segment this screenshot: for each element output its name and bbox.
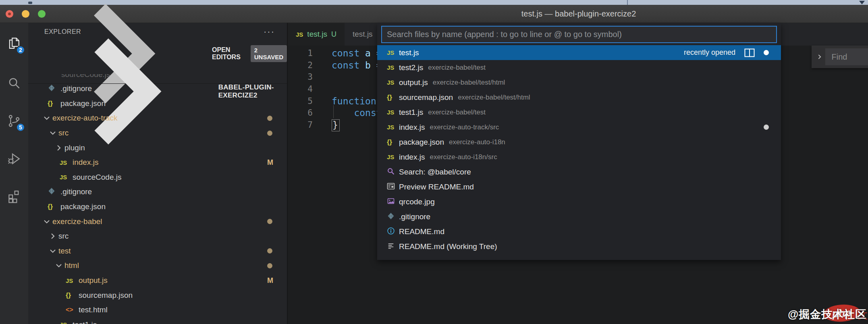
- line-number: 1: [288, 48, 313, 58]
- item-name: test.js: [399, 48, 419, 57]
- quick-open-item-output.js[interactable]: JSoutput.jsexercize-babel/test/html: [377, 75, 781, 90]
- vscode-window: test.js — babel-plugin-exercize2 25 EXPL…: [0, 0, 868, 324]
- git-modified-dot: [267, 116, 272, 121]
- open-to-side-icon[interactable]: [744, 48, 755, 57]
- quick-open-search-input[interactable]: [381, 26, 777, 43]
- tree-file-output.js[interactable]: JSoutput.jsM: [28, 273, 287, 288]
- item-name: README.md: [399, 227, 444, 236]
- activity-explorer-button[interactable]: 2: [0, 31, 28, 56]
- background-dropdown-arrow-icon: [859, 1, 865, 4]
- minimize-window-button[interactable]: [22, 10, 29, 18]
- json-file-icon: {}: [48, 203, 60, 211]
- quick-open-item-index.js[interactable]: JSindex.jsexercize-auto-i18n/src: [377, 150, 781, 164]
- quick-open-item-README.md (Working Tree)[interactable]: README.md (Working Tree): [377, 239, 781, 254]
- quick-open-item-sourcemap.json[interactable]: {}sourcemap.jsonexercize-babel/test/html: [377, 90, 781, 105]
- tree-folder-src[interactable]: src: [28, 126, 287, 141]
- tree-folder-plugin[interactable]: plugin: [28, 140, 287, 155]
- tree-item-label: sourceCode.js: [73, 173, 121, 182]
- item-name: sourcemap.json: [399, 93, 453, 102]
- activity-run-debug-button[interactable]: [0, 146, 28, 171]
- more-actions-icon[interactable]: ···: [264, 27, 275, 37]
- editor-tab-test.js-active[interactable]: JStest.jsU: [288, 23, 345, 46]
- tree-item-label: sourcemap.json: [79, 291, 133, 300]
- recently-opened-label: recently opened: [684, 48, 735, 57]
- item-right-actions: [764, 125, 769, 130]
- line-content: const: [332, 108, 382, 118]
- json-file-icon: {}: [387, 138, 399, 146]
- dirty-file-dot: [764, 50, 769, 55]
- js-file-icon: JS: [387, 109, 399, 116]
- line-number: 6: [288, 108, 313, 118]
- tree-file-sourcemap.json[interactable]: {}sourcemap.json: [28, 288, 287, 303]
- tree-folder-exercize-auto-track[interactable]: exercize-auto-track: [28, 111, 287, 126]
- tree-file-package.json[interactable]: {}package.json: [28, 199, 287, 214]
- quick-open-item-qrcode.jpg[interactable]: qrcode.jpg: [377, 194, 781, 209]
- tree-item-label: exercize-babel: [52, 217, 102, 226]
- quick-open-input-wrap: [381, 26, 777, 43]
- activity-extensions-button[interactable]: [0, 183, 28, 208]
- tree-folder-src[interactable]: src: [28, 229, 287, 244]
- quick-open-results: JStest.jsrecently openedJStest2.jsexerci…: [377, 45, 781, 254]
- activity-source-control-button[interactable]: 5: [0, 108, 28, 133]
- chevron-down-icon: [42, 113, 52, 123]
- js-file-icon: JS: [387, 64, 399, 71]
- tree-file-.gitignore[interactable]: .gitignore: [28, 185, 287, 199]
- tree-file-test1.js[interactable]: JStest1.js: [28, 318, 287, 324]
- tree-folder-test[interactable]: test: [28, 244, 287, 259]
- quick-open-item-README.md[interactable]: README.md: [377, 224, 781, 239]
- tree-item-label: plugin: [64, 143, 85, 152]
- tree-item-label: .gitignore: [60, 84, 92, 93]
- line-number: 5: [288, 96, 313, 106]
- markdown-preview-icon: [387, 182, 399, 192]
- editor-tab-test.js[interactable]: test.js: [345, 23, 381, 46]
- quick-open-item-test.js[interactable]: JStest.jsrecently opened: [377, 45, 781, 60]
- window-title: test.js — babel-plugin-exercize2: [521, 5, 636, 23]
- js-file-icon: JS: [387, 49, 399, 56]
- item-name: test2.js: [399, 63, 423, 72]
- quick-open-item-Search: @babel/core[interactable]: Search: @babel/core: [377, 164, 781, 179]
- tree-item-label: test1.js: [73, 320, 97, 324]
- tree-item-label: test: [58, 247, 71, 255]
- quick-open-item-test1.js[interactable]: JStest1.jsexercize-babel/test: [377, 105, 781, 120]
- dirty-file-dot: [764, 125, 769, 130]
- activity-bar: 25: [0, 23, 28, 324]
- tree-file-.gitignore[interactable]: .gitignore: [28, 81, 287, 96]
- quick-open-item-.gitignore[interactable]: .gitignore: [377, 209, 781, 224]
- json-file-icon: {}: [66, 291, 79, 299]
- js-file-icon: JS: [387, 124, 399, 131]
- line-content: }: [332, 120, 340, 130]
- js-file-icon: JS: [60, 174, 73, 181]
- scrolled-row-remnant: sourceCode.js: [61, 74, 182, 80]
- working-tree-icon: [387, 242, 399, 251]
- tree-file-test.html[interactable]: <>test.html: [28, 303, 287, 318]
- tree-file-sourceCode.js[interactable]: JSsourceCode.js: [28, 170, 287, 185]
- explorer-badge: 2: [16, 46, 25, 54]
- line-number: 4: [288, 84, 313, 94]
- quick-open-panel: JStest.jsrecently openedJStest2.jsexerci…: [377, 23, 781, 260]
- tree-file-index.js[interactable]: JSindex.jsM: [28, 155, 287, 170]
- line-number: 7: [288, 120, 313, 130]
- close-window-button[interactable]: [6, 10, 13, 18]
- tree-folder-html[interactable]: html: [28, 258, 287, 273]
- tree-folder-exercize-babel[interactable]: exercize-babel: [28, 214, 287, 229]
- tree-item-label: index.js: [73, 158, 98, 167]
- item-path: exercize-babel/test/html: [458, 93, 530, 102]
- tree-item-label: test.html: [79, 305, 108, 314]
- activity-search-button[interactable]: [0, 71, 28, 96]
- git-modified-badge: M: [267, 276, 273, 285]
- js-file-icon: JS: [387, 79, 399, 86]
- item-path: exercize-auto-i18n: [449, 138, 505, 146]
- quick-open-item-test2.js[interactable]: JStest2.jsexercize-babel/test: [377, 60, 781, 75]
- quick-open-item-package.json[interactable]: {}package.jsonexercize-auto-i18n: [377, 135, 781, 150]
- watermark: 中文网 php @掘金技术社区: [788, 306, 868, 324]
- item-name: index.js: [399, 123, 425, 132]
- gitignore-file-icon: [48, 187, 60, 197]
- tree-item-label: package.json: [60, 202, 106, 211]
- item-path: exercize-auto-i18n/src: [430, 153, 497, 161]
- quick-open-item-Preview README.md[interactable]: Preview README.md: [377, 179, 781, 194]
- tree-item-label: src: [58, 129, 69, 137]
- quick-open-item-index.js[interactable]: JSindex.jsexercize-auto-track/src: [377, 120, 781, 135]
- tree-file-package.json[interactable]: {}package.json: [28, 96, 287, 111]
- tree-item-label: package.json: [60, 99, 106, 108]
- file-tree: .gitignore{}package.jsonexercize-auto-tr…: [28, 81, 287, 324]
